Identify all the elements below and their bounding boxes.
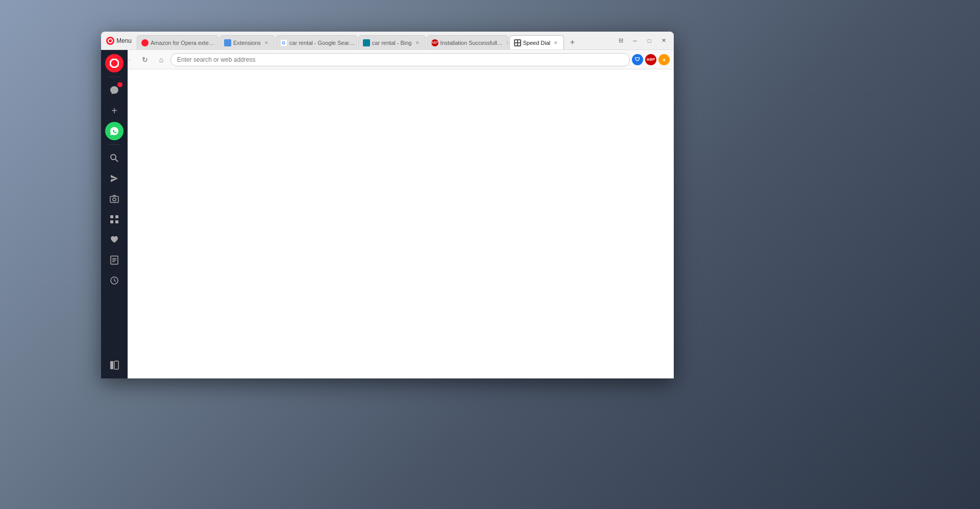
sidebar-item-history[interactable] (105, 271, 124, 290)
messenger-badge (117, 82, 122, 87)
tab-speed-dial[interactable]: Speed Dial ✕ (509, 35, 565, 49)
sidebar-opera-logo[interactable] (105, 54, 124, 72)
svg-rect-8 (110, 196, 118, 202)
svg-rect-11 (115, 215, 118, 218)
sidebar-item-whatsapp[interactable] (105, 122, 124, 140)
tab-installation[interactable]: ABP Installation Successfull… ✕ (427, 35, 508, 49)
menu-label: Menu (116, 37, 132, 44)
tab-close-speed-dial[interactable]: ✕ (552, 39, 559, 46)
tab-label-amazon: Amazon for Opera exte… (151, 40, 214, 46)
tab-favicon-bing (363, 39, 370, 46)
svg-line-7 (115, 159, 118, 162)
svg-point-0 (108, 39, 112, 43)
adblock-icon-1[interactable]: 🛡 (632, 54, 643, 65)
svg-rect-13 (115, 220, 118, 223)
opera-logo-icon (106, 37, 114, 45)
tab-label-bing: car rental - Bing (372, 40, 412, 46)
tab-google-car[interactable]: G car rental - Google Sear… ✕ (276, 35, 357, 49)
sidebar-item-send[interactable] (105, 169, 124, 188)
adblock-icon-2[interactable]: ABP (645, 54, 656, 65)
tab-close-google[interactable]: ✕ (357, 39, 357, 46)
tab-close-bing[interactable]: ✕ (414, 39, 421, 46)
tab-label-extensions: Extensions (233, 40, 261, 46)
pin-button[interactable]: ⊟ (615, 35, 627, 47)
svg-rect-10 (110, 215, 113, 218)
svg-point-5 (110, 59, 118, 67)
sidebar-item-search[interactable] (105, 149, 124, 167)
sidebar-divider-2 (108, 144, 120, 145)
opera-menu-button[interactable]: Menu (101, 32, 137, 49)
svg-point-6 (111, 155, 116, 160)
reload-button[interactable]: ↻ (138, 53, 152, 67)
tab-favicon-amazon (141, 39, 149, 46)
browser-window: Menu Amazon for Opera exte… ✕ Extensions… (101, 32, 674, 378)
sidebar: + (101, 50, 128, 378)
window-controls: ⊟ ─ □ ✕ (615, 35, 674, 47)
tab-label-installation: Installation Successfull… (440, 40, 503, 46)
tab-favicon-extensions (224, 39, 231, 46)
svg-rect-3 (515, 43, 517, 45)
address-bar-input[interactable] (170, 53, 630, 66)
sidebar-item-snapshot[interactable] (105, 190, 124, 208)
svg-rect-4 (518, 43, 520, 45)
close-button[interactable]: ✕ (657, 35, 670, 47)
tab-label-google: car rental - Google Sear… (289, 40, 355, 46)
svg-rect-12 (110, 220, 113, 223)
home-button[interactable]: ⌂ (154, 53, 168, 67)
sidebar-item-apps[interactable] (105, 210, 124, 228)
tab-label-speed-dial: Speed Dial (523, 40, 551, 46)
tab-amazon[interactable]: Amazon for Opera exte… ✕ (137, 35, 218, 49)
svg-rect-20 (114, 361, 118, 369)
tab-favicon-google: G (280, 39, 287, 46)
svg-rect-2 (518, 40, 520, 42)
new-tab-button[interactable]: + (565, 35, 579, 49)
amazon-ext-icon[interactable]: a (658, 54, 670, 65)
sidebar-item-messenger[interactable] (105, 81, 124, 99)
tabs-container: Amazon for Opera exte… ✕ Extensions ✕ G … (137, 32, 615, 49)
svg-rect-1 (515, 40, 517, 42)
sidebar-item-document[interactable] (105, 251, 124, 269)
minimize-button[interactable]: ─ (629, 35, 641, 47)
sidebar-toggle-button[interactable] (105, 356, 124, 374)
navigation-bar: ← → ↻ ⌂ 🛡 ABP a (101, 50, 674, 69)
maximize-button[interactable]: □ (643, 35, 655, 47)
tab-favicon-speed-dial (514, 39, 521, 46)
sidebar-item-add[interactable]: + (105, 101, 124, 120)
svg-point-9 (113, 198, 116, 201)
svg-rect-19 (110, 361, 113, 369)
title-bar: Menu Amazon for Opera exte… ✕ Extensions… (101, 32, 674, 50)
tab-extensions[interactable]: Extensions ✕ (219, 35, 275, 49)
tab-close-installation[interactable]: ✕ (505, 39, 508, 46)
sidebar-divider-1 (108, 77, 120, 77)
tab-close-amazon[interactable]: ✕ (216, 39, 218, 46)
tab-close-extensions[interactable]: ✕ (263, 39, 270, 46)
nav-right-icons: 🛡 ABP a (632, 54, 670, 65)
tab-favicon-installation: ABP (431, 39, 438, 46)
sidebar-item-favorites[interactable] (105, 231, 124, 249)
tab-bing-car[interactable]: car rental - Bing ✕ (358, 35, 426, 49)
